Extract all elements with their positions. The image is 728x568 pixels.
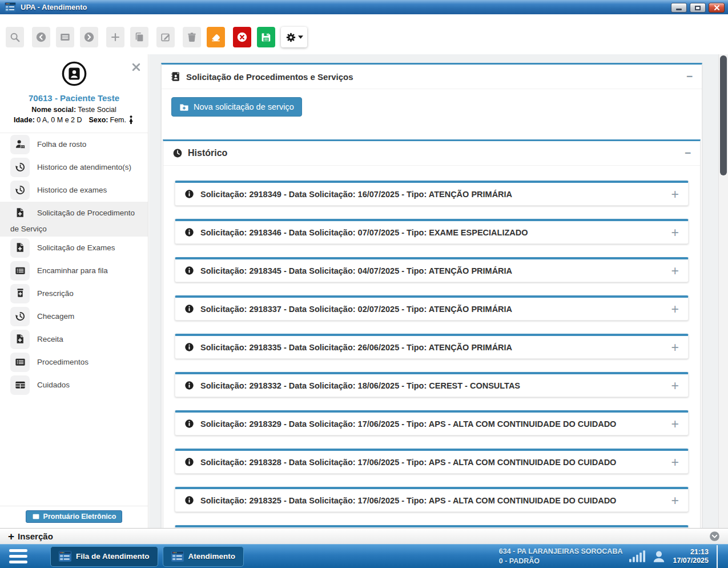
- sidebar-item-solicitacao-exames[interactable]: Solicitação de Exames: [0, 237, 148, 259]
- sidebar-item-label: Historico de atendimento(s): [37, 163, 131, 171]
- clear-button[interactable]: [207, 27, 225, 47]
- history-item[interactable]: Solicitação: 2918332 - Data Solicitação:…: [175, 372, 689, 397]
- history-item[interactable]: Solicitação: 2918345 - Data Solicitação:…: [175, 257, 689, 282]
- history-item[interactable]: Solicitação: 2918329 - Data Solicitação:…: [175, 410, 689, 435]
- unit-name: 634 - PA LARANJEIRAS SOROCABA: [499, 547, 623, 557]
- insercao-label: Inserção: [18, 531, 53, 541]
- settings-button[interactable]: [281, 27, 307, 47]
- taskbar-tab-fila-de-atendimento[interactable]: Fila de Atendimento: [50, 546, 158, 567]
- sidebar-item-prescricao[interactable]: Prescrição: [0, 282, 148, 305]
- collapse-icon[interactable]: −: [686, 73, 693, 81]
- signal-bars-icon[interactable]: [629, 550, 645, 562]
- expand-icon[interactable]: +: [671, 227, 679, 238]
- history-icon: [10, 181, 30, 200]
- insercao-bar[interactable]: + Inserção: [0, 528, 728, 544]
- expand-icon[interactable]: +: [671, 342, 679, 353]
- historico-panel: Histórico − Solicitação: 2918349 - Data …: [163, 139, 701, 528]
- clock-date: 17/07/2025: [673, 557, 709, 565]
- info-icon: [184, 304, 194, 314]
- main-content: Solicitação de Procedimentos e Serviços …: [149, 54, 718, 528]
- expand-icon[interactable]: +: [671, 418, 679, 430]
- taskbar-tab-atendimento[interactable]: Atendimento: [163, 546, 244, 567]
- vertical-scrollbar[interactable]: [718, 54, 728, 528]
- info-icon: [184, 495, 194, 505]
- edit-icon: [160, 31, 171, 43]
- history-item[interactable]: Solicitação: 2918349 - Data Solicitação:…: [175, 181, 689, 206]
- sex-value: Fem.: [110, 116, 126, 124]
- expand-icon[interactable]: +: [671, 189, 679, 200]
- user-icon[interactable]: [652, 550, 666, 563]
- file-plus-icon: [10, 238, 30, 258]
- expand-icon[interactable]: +: [671, 380, 679, 391]
- sidebar-item-historico-exames[interactable]: Historico de exames: [0, 179, 148, 202]
- queue-list-icon: [10, 261, 30, 281]
- sidebar-item-checagem[interactable]: Checagem: [0, 305, 148, 328]
- close-sidebar-icon[interactable]: [131, 62, 141, 72]
- trash-icon: [186, 31, 198, 43]
- sidebar-item-historico-atendimentos[interactable]: Historico de atendimento(s): [0, 156, 148, 179]
- save-button[interactable]: [257, 27, 275, 47]
- sidebar-item-receita[interactable]: Receita: [0, 328, 148, 351]
- history-item-label: Solicitação: 2918332 - Data Solicitação:…: [200, 381, 520, 390]
- history-item-label: Solicitação: 2918337 - Data Solicitação:…: [200, 305, 512, 314]
- arrow-left-circle-icon: [35, 31, 47, 43]
- clock-icon: [172, 148, 183, 158]
- history-item[interactable]: Solicitação: 2918337 - Data Solicitação:…: [175, 295, 689, 321]
- collapse-icon[interactable]: −: [685, 149, 691, 157]
- sidebar-item-procedimentos[interactable]: Procedimentos: [0, 351, 148, 374]
- nova-solicitacao-button[interactable]: Nova solicitação de serviço: [171, 97, 302, 117]
- caret-down-icon: [298, 35, 303, 39]
- patient-sidebar: 70613 - Paciente Teste Nome social: Test…: [0, 54, 148, 528]
- eraser-icon: [210, 31, 222, 43]
- sidebar-item-encaminhar-fila[interactable]: Encaminhar para fila: [0, 259, 148, 282]
- patient-header: 70613 - Paciente Teste Nome social: Test…: [0, 54, 148, 133]
- sidebar-item-label: Procedimentos: [37, 358, 89, 366]
- hamburger-menu-icon[interactable]: [9, 549, 27, 564]
- expand-icon[interactable]: +: [671, 457, 679, 468]
- history-item-label: Solicitação: 2918349 - Data Solicitação:…: [200, 190, 512, 199]
- maximize-button[interactable]: [690, 3, 706, 13]
- expand-icon[interactable]: +: [671, 495, 679, 506]
- history-item[interactable]: Solicitação: 2918328 - Data Solicitação:…: [175, 449, 689, 474]
- history-item[interactable]: Solicitação: 2918335 - Data Solicitação:…: [175, 334, 689, 359]
- cancel-button[interactable]: [233, 27, 251, 47]
- forward-button[interactable]: [80, 27, 98, 47]
- unit-info: 634 - PA LARANJEIRAS SOROCABA 0 - PADRÃO: [499, 547, 623, 566]
- clock-time: 21:13: [673, 548, 709, 557]
- file-plus-icon: [10, 330, 30, 349]
- copy-button[interactable]: [130, 27, 148, 47]
- copy-icon: [134, 31, 145, 43]
- scrollbar-thumb[interactable]: [720, 55, 727, 175]
- app-window-icon: [171, 551, 184, 562]
- sidebar-item-folha-de-rosto[interactable]: Folha de rosto: [0, 133, 148, 156]
- chevron-down-circle-icon[interactable]: [709, 531, 720, 542]
- expand-icon[interactable]: +: [671, 265, 679, 277]
- minimize-button[interactable]: [671, 3, 687, 13]
- prontuario-eletronico-button[interactable]: Prontuário Eletrônico: [26, 510, 123, 523]
- sidebar-item-cuidados[interactable]: Cuidados: [0, 374, 148, 397]
- folder-plus-icon: [179, 103, 189, 111]
- historico-list: Solicitação: 2918349 - Data Solicitação:…: [163, 166, 700, 528]
- clock: 21:13 17/07/2025: [673, 548, 709, 565]
- close-button[interactable]: [709, 3, 725, 13]
- history-item[interactable]: Solicitação: 2918346 - Data Solicitação:…: [175, 219, 689, 244]
- history-icon: [10, 307, 30, 326]
- age-value: 0 A, 0 M e 2 D: [37, 116, 82, 124]
- history-item-label: Solicitação: 2918346 - Data Solicitação:…: [200, 228, 528, 237]
- gear-icon: [285, 32, 296, 43]
- list-button[interactable]: [56, 27, 74, 47]
- search-icon: [9, 31, 21, 43]
- edit-button[interactable]: [156, 27, 175, 47]
- history-item[interactable]: Solicitação: 2918325 - Data Solicitação:…: [175, 487, 689, 512]
- patient-name: 70613 - Paciente Teste: [6, 93, 142, 103]
- sidebar-item-solicitacao-procedimento[interactable]: Solicitação de Procedimento de Serviço: [0, 202, 148, 237]
- add-button[interactable]: [106, 27, 124, 47]
- expand-icon[interactable]: +: [671, 303, 679, 315]
- taskbar: Fila de Atendimento Atendimento 634 - PA…: [0, 544, 728, 568]
- back-button[interactable]: [32, 27, 50, 47]
- list-icon: [59, 31, 71, 43]
- search-button[interactable]: [6, 27, 24, 47]
- app-window-icon: [59, 551, 71, 562]
- plus-icon: +: [8, 532, 14, 541]
- delete-button[interactable]: [183, 27, 201, 47]
